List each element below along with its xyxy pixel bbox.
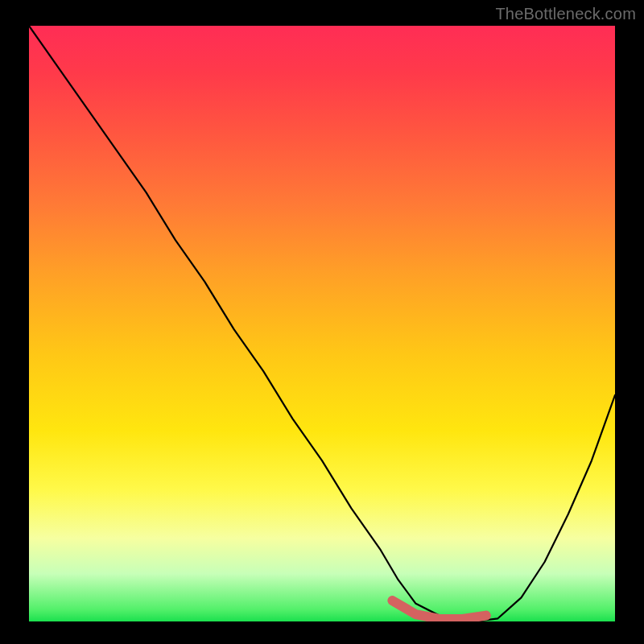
chart-frame: TheBottleneck.com xyxy=(0,0,644,644)
series-min-segment xyxy=(392,601,485,619)
plot-area xyxy=(29,26,615,621)
chart-svg xyxy=(29,26,615,621)
watermark-text: TheBottleneck.com xyxy=(495,5,636,23)
series-curve xyxy=(29,26,615,621)
series-container xyxy=(29,26,615,621)
